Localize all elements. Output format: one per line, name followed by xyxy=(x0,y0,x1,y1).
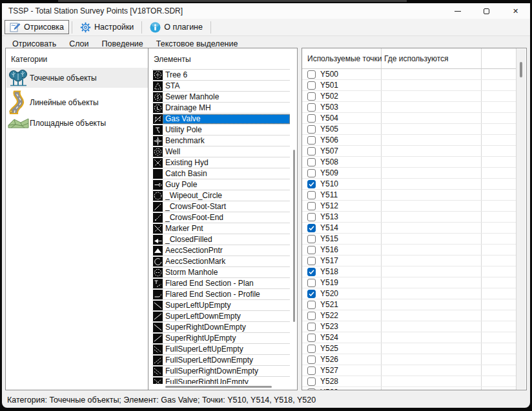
checkbox-unchecked[interactable] xyxy=(307,366,316,375)
element-item[interactable]: Well xyxy=(152,146,290,157)
checkbox-unchecked[interactable] xyxy=(307,356,316,364)
element-item[interactable]: FullSuperRightDownEmpty xyxy=(152,366,290,377)
element-item[interactable]: _CrowsFoot-Start xyxy=(152,201,290,212)
checkbox-unchecked[interactable] xyxy=(307,257,316,265)
points-scrollbar-thumb[interactable] xyxy=(520,62,522,77)
element-item[interactable]: Gas Valve xyxy=(152,114,290,125)
column-header-used-points[interactable]: Используемые точки xyxy=(307,48,382,69)
element-item[interactable]: Marker Pnt xyxy=(152,223,290,234)
points-row[interactable]: Y501 xyxy=(302,80,516,91)
checkbox-unchecked[interactable] xyxy=(307,235,316,243)
checkbox-unchecked[interactable] xyxy=(307,301,316,309)
checkbox-unchecked[interactable] xyxy=(307,158,316,166)
element-item[interactable]: SuperRightUpEmpty xyxy=(152,333,290,344)
points-row[interactable]: Y509 xyxy=(302,168,516,179)
checkbox-unchecked[interactable] xyxy=(307,246,316,254)
points-row[interactable]: Y522 xyxy=(302,310,516,321)
points-row[interactable]: Y503 xyxy=(302,102,516,113)
element-item[interactable]: AeccSectionMark xyxy=(152,256,290,267)
checkbox-checked[interactable] xyxy=(307,268,316,276)
points-row[interactable]: Y511 xyxy=(302,190,516,201)
element-item[interactable]: Sewer Manhole xyxy=(152,92,290,103)
element-item[interactable]: Flared End Section - Profile xyxy=(152,289,290,300)
points-row[interactable]: Y524 xyxy=(302,332,516,343)
points-row[interactable]: Y528 xyxy=(302,376,516,387)
points-row[interactable]: Y514 xyxy=(302,223,516,234)
maximize-button[interactable] xyxy=(472,3,501,19)
points-row[interactable]: Y519 xyxy=(302,277,516,288)
checkbox-unchecked[interactable] xyxy=(307,169,316,177)
checkbox-checked[interactable] xyxy=(307,224,316,232)
minimize-button[interactable] xyxy=(443,3,472,19)
points-row[interactable]: Y510 xyxy=(302,179,516,190)
checkbox-unchecked[interactable] xyxy=(307,191,316,199)
element-item[interactable]: Guy Pole xyxy=(152,179,290,190)
checkbox-unchecked[interactable] xyxy=(307,103,316,112)
category-item-3[interactable]: Площадные объекты xyxy=(6,117,148,129)
checkbox-checked[interactable] xyxy=(307,180,316,188)
element-item[interactable]: Benchmark xyxy=(152,135,290,146)
points-row[interactable]: Y508 xyxy=(302,157,516,168)
points-row[interactable]: Y505 xyxy=(302,124,516,135)
element-item[interactable]: SuperLeftDownEmpty xyxy=(152,311,290,322)
points-row[interactable]: Y523 xyxy=(302,321,516,332)
checkbox-unchecked[interactable] xyxy=(307,125,316,134)
element-item[interactable]: Existing Hyd xyxy=(152,157,290,168)
checkbox-unchecked[interactable] xyxy=(307,345,316,353)
element-item[interactable]: FullSuperLeftDownEmpty xyxy=(152,355,290,366)
category-item-2[interactable]: Линейные объекты xyxy=(6,90,148,114)
points-row[interactable]: Y517 xyxy=(302,256,516,266)
points-row[interactable]: Y512 xyxy=(302,201,516,212)
points-row[interactable]: Y506 xyxy=(302,135,516,146)
checkbox-unchecked[interactable] xyxy=(307,279,316,287)
points-row[interactable]: Y507 xyxy=(302,146,516,157)
points-row[interactable]: Y502 xyxy=(302,91,516,102)
points-row[interactable]: Y515 xyxy=(302,234,516,245)
element-item[interactable]: _ClosedFilled xyxy=(152,234,290,245)
checkbox-unchecked[interactable] xyxy=(307,70,316,79)
points-row[interactable]: Y504 xyxy=(302,113,516,124)
checkbox-unchecked[interactable] xyxy=(307,147,316,155)
element-item[interactable]: SuperLeftUpEmpty xyxy=(152,300,290,311)
toolbar-button-2[interactable]: Настройки xyxy=(75,20,139,34)
element-item[interactable]: FullSuperLeftUpEmpty xyxy=(152,344,290,355)
element-item[interactable]: Drainage MH xyxy=(152,103,290,114)
element-item[interactable]: FullSuperRightUpEmpty xyxy=(152,377,290,384)
element-item[interactable]: STA xyxy=(152,81,290,92)
checkbox-unchecked[interactable] xyxy=(307,136,316,145)
toolbar-button-3[interactable]: О плагине xyxy=(145,20,208,34)
checkbox-unchecked[interactable] xyxy=(307,377,316,386)
element-item[interactable]: SuperRightDownEmpty xyxy=(152,322,290,333)
points-row[interactable]: Y520 xyxy=(302,288,516,299)
checkbox-unchecked[interactable] xyxy=(307,388,316,390)
points-row[interactable]: Y521 xyxy=(302,299,516,310)
element-item[interactable]: Tree 6 xyxy=(152,70,290,81)
checkbox-checked[interactable] xyxy=(307,290,316,298)
points-row[interactable]: Y527 xyxy=(302,365,516,376)
elements-vertical-scrollbar[interactable] xyxy=(293,150,295,322)
points-row[interactable]: Y525 xyxy=(302,343,516,354)
element-item[interactable]: AeccSectionPntr xyxy=(152,245,290,256)
element-item[interactable]: Flared End Section - Plan xyxy=(152,278,290,289)
points-row[interactable]: Y529 xyxy=(302,387,516,390)
checkbox-unchecked[interactable] xyxy=(307,202,316,210)
checkbox-unchecked[interactable] xyxy=(307,323,316,331)
points-vertical-scrollbar[interactable] xyxy=(517,49,526,389)
points-row[interactable]: Y513 xyxy=(302,212,516,223)
points-row[interactable]: Y526 xyxy=(302,354,516,365)
points-row[interactable]: Y516 xyxy=(302,245,516,256)
checkbox-unchecked[interactable] xyxy=(307,213,316,221)
element-item[interactable]: _Wipeout_Circle xyxy=(152,190,290,201)
close-button[interactable]: ✕ xyxy=(501,3,530,19)
checkbox-unchecked[interactable] xyxy=(307,334,316,342)
checkbox-unchecked[interactable] xyxy=(307,92,316,101)
points-row[interactable]: Y500 xyxy=(302,69,516,80)
column-header-where-used[interactable]: Где используются xyxy=(384,48,449,69)
points-row[interactable]: Y518 xyxy=(302,266,516,277)
element-item[interactable]: Utility Pole xyxy=(152,125,290,135)
toolbar-button-1[interactable]: Отрисовка xyxy=(5,20,69,34)
checkbox-unchecked[interactable] xyxy=(307,312,316,320)
category-item-1[interactable]: Точечные объекты xyxy=(6,68,148,88)
element-item[interactable]: Catch Basin xyxy=(152,168,290,179)
element-item[interactable]: Storm Manhole xyxy=(152,267,290,278)
